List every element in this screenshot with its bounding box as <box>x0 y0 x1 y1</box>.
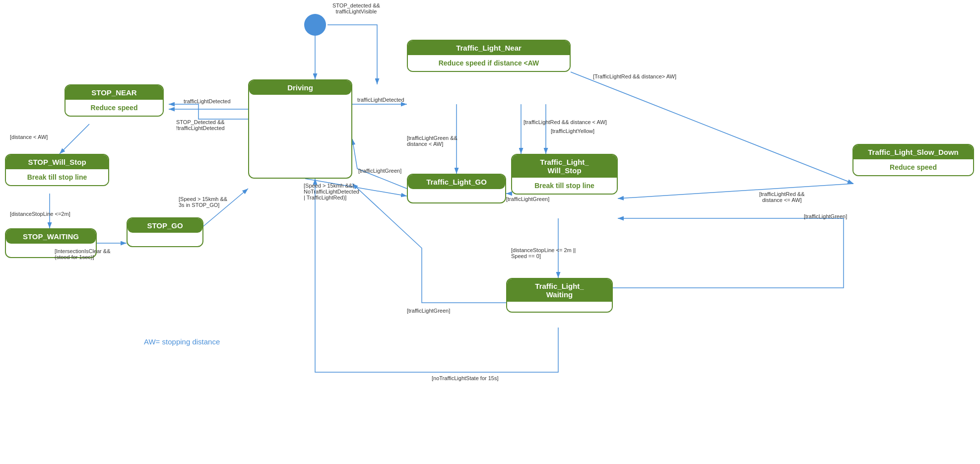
state-traffic-light-waiting-body <box>507 302 612 312</box>
label-speed-stopgo: [Speed > 15kmh &&3s in STOP_GO] <box>179 196 227 208</box>
label-tl-green-willstop-go: [trafficLightGreen] <box>506 196 549 202</box>
label-tl-yellow: [trafficLightYellow] <box>551 128 594 134</box>
state-traffic-light-go-header: Traffic_Light_GO <box>408 175 505 189</box>
label-speed-no-tl-tl-red: [Speed > 15kmh &&(NoTrafficLightDetected… <box>304 183 359 200</box>
label-trafficlightdetected-right: trafficLightDetected <box>357 97 404 103</box>
label-tl-green-waiting-loop: [trafficLightGreen] <box>804 213 847 219</box>
label-distance-aw-left: [distance < AW] <box>10 134 48 140</box>
label-tl-red-dist-lte-aw: [trafficLightRed &&distance <= AW] <box>759 191 805 203</box>
label-intersection-clear: [IntersectionIsClear &&(stood for 1sec)] <box>55 248 111 260</box>
label-stop-detected-no-tl: STOP_Detected &&!trafficLightDetected <box>176 119 225 131</box>
state-traffic-light-slow-down-header: Traffic_Light_Slow_Down <box>853 145 973 159</box>
state-stop-will-stop-body: Break till stop line <box>6 169 108 185</box>
diagram-container: STOP_NEAR Reduce speed STOP_Will_Stop Br… <box>0 0 980 464</box>
state-traffic-light-will-stop: Traffic_Light_ Will_Stop Break till stop… <box>511 154 618 195</box>
label-tl-green-go: [trafficLightGreen] <box>358 168 401 174</box>
state-driving: Driving <box>248 79 352 179</box>
svg-line-2 <box>60 124 89 154</box>
state-stop-go: STOP_GO <box>127 217 203 247</box>
state-traffic-light-slow-down: Traffic_Light_Slow_Down Reduce speed <box>852 144 974 176</box>
state-traffic-light-near-header: Traffic_Light_Near <box>408 41 570 55</box>
label-trafficlightdetected-left: trafficLightDetected <box>184 98 231 104</box>
state-traffic-light-go: Traffic_Light_GO <box>407 174 506 203</box>
state-traffic-light-waiting: Traffic_Light_ Waiting <box>506 278 613 313</box>
state-traffic-light-will-stop-header: Traffic_Light_ Will_Stop <box>512 155 617 178</box>
state-stop-near-body: Reduce speed <box>65 100 163 116</box>
label-distance-stop-line: [distanceStopLine <=2m] <box>10 211 70 217</box>
label-tl-red-dist-gt-aw: [TrafficLightRed && distance> AW] <box>593 73 676 79</box>
label-no-tl-state: [noTrafficLightState for 15s] <box>432 375 499 381</box>
state-traffic-light-will-stop-body: Break till stop line <box>512 178 617 194</box>
label-tl-green-waiting-driving: [trafficLightGreen] <box>407 308 450 314</box>
label-tl-green-dist-aw: [trafficLightGreen &&distance < AW] <box>407 135 457 147</box>
state-stop-near: STOP_NEAR Reduce speed <box>65 84 164 117</box>
state-driving-header: Driving <box>249 80 351 95</box>
state-traffic-light-near-body: Reduce speed if distance <AW <box>408 55 570 71</box>
state-traffic-light-slow-down-body: Reduce speed <box>853 159 973 175</box>
state-stop-near-header: STOP_NEAR <box>65 85 163 100</box>
state-stop-go-header: STOP_GO <box>128 218 202 233</box>
label-dist-stop-speed-zero: [distanceStopLine <= 2m ||Speed == 0] <box>511 247 576 259</box>
state-traffic-light-near: Traffic_Light_Near Reduce speed if dista… <box>407 40 571 72</box>
initial-state-circle <box>304 14 326 36</box>
state-stop-will-stop: STOP_Will_Stop Break till stop line <box>5 154 109 186</box>
state-traffic-light-waiting-header: Traffic_Light_ Waiting <box>507 279 612 302</box>
label-tl-red-dist-aw: [trafficLightRed && distance < AW] <box>523 119 607 125</box>
label-stop-detected-trafficlightvisible: STOP_detected &&trafficLightVisible <box>332 2 380 14</box>
state-stop-waiting-header: STOP_WAITING <box>6 229 96 244</box>
aw-note: AW= stopping distance <box>144 337 220 346</box>
state-stop-will-stop-header: STOP_Will_Stop <box>6 155 108 169</box>
